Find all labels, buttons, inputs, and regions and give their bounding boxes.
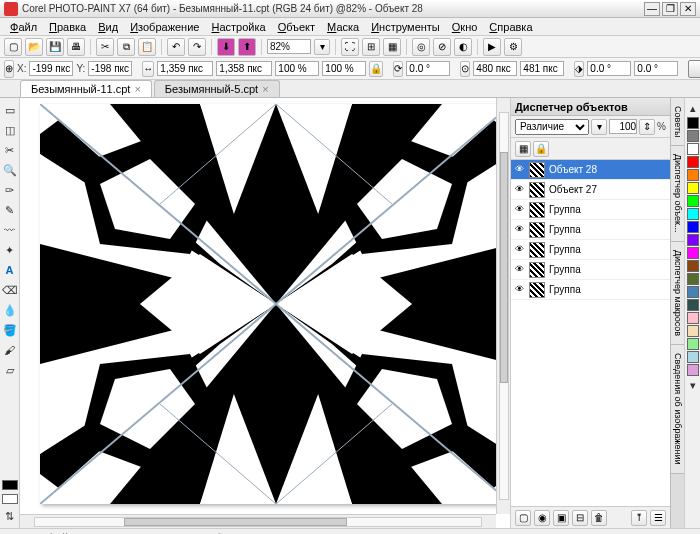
menu-маска[interactable]: Маска	[321, 21, 365, 33]
visibility-icon[interactable]: 👁	[513, 184, 525, 196]
minimize-button[interactable]: —	[644, 2, 660, 16]
docker-tab[interactable]: Советы	[671, 98, 684, 146]
horizontal-scrollbar[interactable]	[20, 514, 496, 528]
swap-colors-icon[interactable]: ⇅	[2, 508, 18, 524]
tab-close-icon[interactable]: ×	[134, 83, 140, 95]
skew-y-input[interactable]	[634, 61, 678, 76]
menu-изображение[interactable]: Изображение	[124, 21, 205, 33]
skew-x-input[interactable]	[587, 61, 631, 76]
docker-tab[interactable]: Диспетчер объек...	[671, 146, 684, 241]
visibility-icon[interactable]: 👁	[513, 264, 525, 276]
menu-справка[interactable]: Справка	[483, 21, 538, 33]
canvas[interactable]	[40, 104, 510, 504]
palette-up-icon[interactable]: ▴	[685, 100, 701, 116]
new-button[interactable]: ▢	[4, 38, 22, 56]
position-tool-icon[interactable]: ⊕	[4, 60, 14, 78]
color-swatch[interactable]	[687, 117, 699, 129]
export-button[interactable]: ⬆	[238, 38, 256, 56]
tab-document-2[interactable]: Безымянный-5.cpt×	[154, 80, 280, 97]
layer-row[interactable]: 👁Группа	[511, 220, 670, 240]
color-swatch[interactable]	[687, 325, 699, 337]
grid-button[interactable]: ▦	[383, 38, 401, 56]
visibility-icon[interactable]: 👁	[513, 224, 525, 236]
color-swatch[interactable]	[687, 247, 699, 259]
menu-файл[interactable]: Файл	[4, 21, 43, 33]
palette-down-icon[interactable]: ▾	[685, 377, 701, 393]
docker-tab[interactable]: Диспетчер макросов	[671, 242, 684, 345]
color-swatch[interactable]	[687, 273, 699, 285]
lock-transparency-icon[interactable]: ▦	[515, 141, 531, 157]
crop-tool[interactable]: ✂	[2, 142, 18, 158]
print-button[interactable]: 🖶	[67, 38, 85, 56]
zoom-dropdown[interactable]: ▾	[314, 39, 330, 55]
clear-mask-button[interactable]: ⊘	[433, 38, 451, 56]
redo-button[interactable]: ↷	[188, 38, 206, 56]
center-icon[interactable]: ⊙	[460, 61, 470, 77]
dropper-tool[interactable]: 💧	[2, 302, 18, 318]
color-swatch[interactable]	[687, 351, 699, 363]
close-button[interactable]: ✕	[680, 2, 696, 16]
shape-tool[interactable]: ▱	[2, 362, 18, 378]
paint-tool[interactable]: 🖌	[2, 342, 18, 358]
layer-row[interactable]: 👁Группа	[511, 240, 670, 260]
dest-w-input[interactable]	[473, 61, 517, 76]
open-button[interactable]: 📂	[25, 38, 43, 56]
combine-icon[interactable]: ⊟	[572, 510, 588, 526]
color-swatch[interactable]	[687, 169, 699, 181]
paste-button[interactable]: 📋	[138, 38, 156, 56]
scale-w-input[interactable]	[275, 61, 319, 76]
import-button[interactable]: ⬇	[217, 38, 235, 56]
canvas-area[interactable]	[20, 98, 510, 528]
visibility-icon[interactable]: 👁	[513, 204, 525, 216]
invert-mask-button[interactable]: ◐	[454, 38, 472, 56]
fill-tool[interactable]: 🪣	[2, 322, 18, 338]
copy-button[interactable]: ⧉	[117, 38, 135, 56]
layer-row[interactable]: 👁Группа	[511, 280, 670, 300]
bg-color-swatch[interactable]	[2, 494, 18, 504]
visibility-icon[interactable]: 👁	[513, 244, 525, 256]
opacity-stepper[interactable]: ⇕	[639, 119, 655, 135]
new-object-icon[interactable]: ▢	[515, 510, 531, 526]
color-swatch[interactable]	[687, 338, 699, 350]
color-swatch[interactable]	[687, 299, 699, 311]
clone-tool[interactable]: ✑	[2, 182, 18, 198]
visibility-icon[interactable]: 👁	[513, 164, 525, 176]
pick-tool[interactable]: ▭	[2, 102, 18, 118]
color-swatch[interactable]	[687, 182, 699, 194]
tab-close-icon[interactable]: ×	[262, 83, 268, 95]
effect-tool[interactable]: ✦	[2, 242, 18, 258]
undo-button[interactable]: ↶	[167, 38, 185, 56]
color-swatch[interactable]	[687, 195, 699, 207]
menu-объект[interactable]: Объект	[272, 21, 321, 33]
eraser-tool[interactable]: ⌫	[2, 282, 18, 298]
layer-row[interactable]: 👁Группа	[511, 200, 670, 220]
fullscreen-button[interactable]: ⛶	[341, 38, 359, 56]
docker-tab[interactable]: Сведения об изображении	[671, 345, 684, 474]
tab-document-1[interactable]: Безымянный-11.cpt×	[20, 80, 152, 97]
rotation-input[interactable]	[406, 61, 450, 76]
launch-button[interactable]: ▶	[483, 38, 501, 56]
panel-menu-icon[interactable]: ☰	[650, 510, 666, 526]
x-input[interactable]	[29, 61, 73, 76]
color-swatch[interactable]	[687, 208, 699, 220]
panel-header[interactable]: Диспетчер объектов	[511, 98, 670, 116]
scale-h-input[interactable]	[322, 61, 366, 76]
save-button[interactable]: 💾	[46, 38, 64, 56]
rulers-button[interactable]: ⊞	[362, 38, 380, 56]
to-top-icon[interactable]: ⤒	[631, 510, 647, 526]
width-input[interactable]	[157, 61, 213, 76]
options-button[interactable]: ⚙	[504, 38, 522, 56]
layer-row[interactable]: 👁Группа	[511, 260, 670, 280]
dest-h-input[interactable]	[520, 61, 564, 76]
menu-окно[interactable]: Окно	[446, 21, 484, 33]
opacity-input[interactable]	[609, 119, 637, 134]
new-mask-icon[interactable]: ▣	[553, 510, 569, 526]
lock-all-icon[interactable]: 🔒	[533, 141, 549, 157]
vertical-scrollbar[interactable]	[496, 98, 510, 514]
color-swatch[interactable]	[687, 221, 699, 233]
blend-dropdown-icon[interactable]: ▾	[591, 119, 607, 135]
menu-вид[interactable]: Вид	[92, 21, 124, 33]
apply-button[interactable]: Применить	[688, 60, 700, 78]
color-swatch[interactable]	[687, 286, 699, 298]
height-input[interactable]	[216, 61, 272, 76]
